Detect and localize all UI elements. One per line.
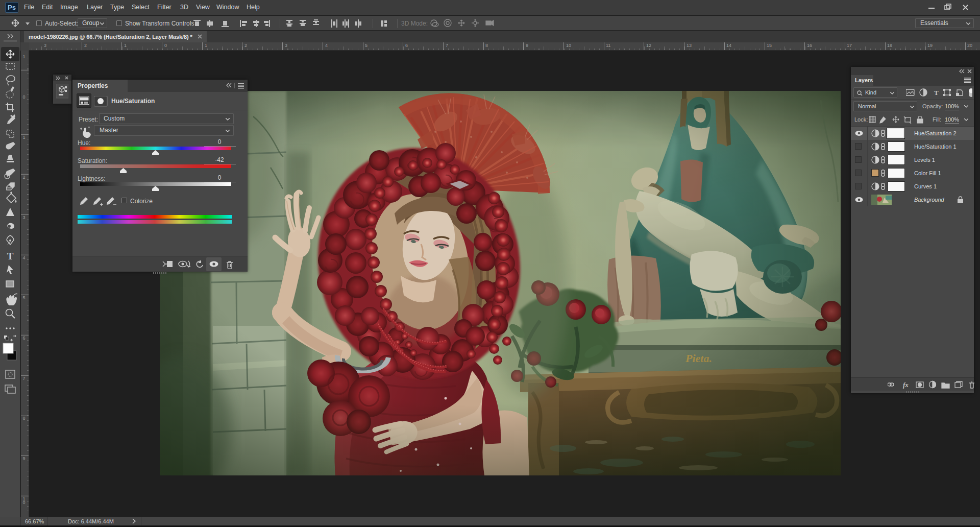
svg-text:T: T	[7, 251, 14, 261]
svg-text:T: T	[934, 89, 939, 97]
svg-text:fx: fx	[903, 381, 909, 389]
